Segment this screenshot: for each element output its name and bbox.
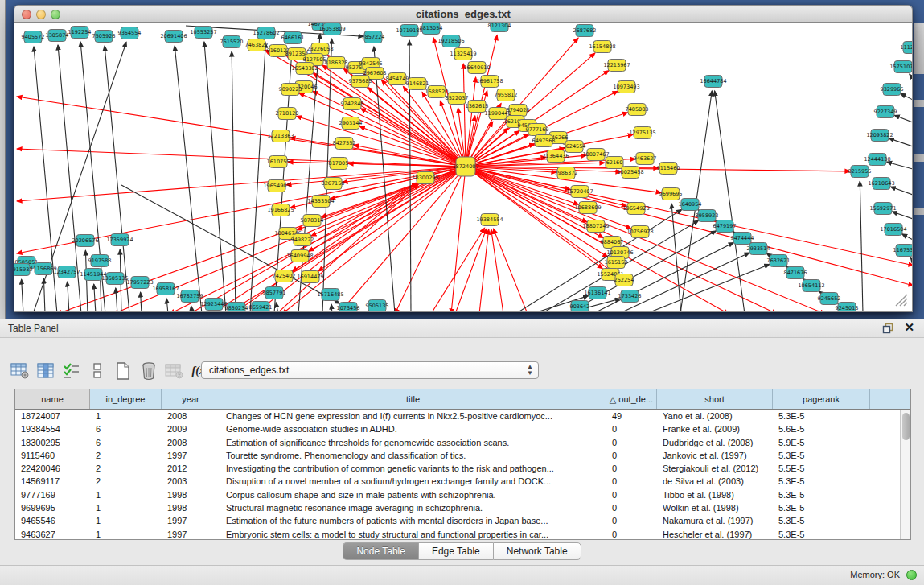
- table-cell-short[interactable]: Stergiakouli et al. (2012): [657, 462, 773, 475]
- table-cell-name[interactable]: 14569117: [15, 475, 90, 488]
- graph-node[interactable]: 6466161: [281, 32, 305, 44]
- graph-node[interactable]: 9699695: [659, 188, 683, 200]
- graph-node[interactable]: 7425402: [273, 270, 296, 282]
- scrollbar-thumb[interactable]: [902, 413, 910, 440]
- graph-node[interactable]: 1112753: [901, 42, 912, 54]
- network-table-selector[interactable]: citations_edges.txt ▲▼: [201, 361, 539, 379]
- graph-node[interactable]: 7632621: [767, 255, 791, 267]
- graph-node[interactable]: 9197588: [88, 255, 112, 267]
- table-cell-pagerank[interactable]: 5.5E-5: [773, 462, 870, 475]
- column-header-in_degree[interactable]: in_degree: [90, 389, 162, 409]
- table-cell-in_degree[interactable]: 1: [90, 410, 162, 422]
- graph-node[interactable]: 16958167: [152, 283, 179, 295]
- graph-node[interactable]: 817005: [329, 158, 349, 170]
- graph-node[interactable]: 903642: [570, 301, 590, 312]
- show-columns-icon[interactable]: [34, 359, 58, 383]
- tab-network-table[interactable]: Network Table: [493, 542, 581, 560]
- table-cell-pagerank[interactable]: 5.9E-5: [773, 436, 870, 449]
- graph-node[interactable]: 9474444: [731, 233, 754, 245]
- table-row[interactable]: 2242004622012Investigating the contribut…: [15, 462, 910, 475]
- table-cell-pagerank[interactable]: 5.3E-5: [773, 514, 870, 527]
- vertical-scrollbar[interactable]: [900, 410, 910, 540]
- row-height-icon[interactable]: [85, 359, 109, 383]
- table-cell-in_degree[interactable]: 1: [90, 528, 162, 540]
- graph-node[interactable]: 1733426: [618, 290, 642, 303]
- table-cell-year[interactable]: 2008: [162, 436, 220, 449]
- table-cell-title[interactable]: Disruption of a novel member of a sodium…: [220, 475, 606, 488]
- table-cell-year[interactable]: 2003: [162, 475, 220, 488]
- graph-node[interactable]: 8471676: [784, 267, 807, 279]
- graph-node[interactable]: 20206576: [72, 235, 98, 247]
- graph-node[interactable]: 15278602: [253, 27, 279, 39]
- table-cell-short[interactable]: Yano et al. (2008): [657, 410, 773, 422]
- graph-node[interactable]: 2903144: [339, 117, 363, 130]
- graph-node[interactable]: 1167534: [893, 245, 912, 257]
- graph-node[interactable]: 8427552: [333, 138, 356, 150]
- table-cell-name[interactable]: 19384554: [15, 422, 90, 435]
- table-cell-out_degree[interactable]: 0: [606, 514, 657, 527]
- graph-node[interactable]: 9890223: [279, 84, 302, 96]
- graph-node[interactable]: 9463627: [634, 153, 657, 165]
- graph-node[interactable]: 1073456: [337, 303, 360, 312]
- graph-node[interactable]: 62160: [606, 157, 623, 169]
- network-canvas[interactable]: 1872400794055721305874119225475059269364…: [14, 23, 913, 312]
- column-header-year[interactable]: year: [162, 389, 220, 409]
- graph-node[interactable]: 9498222: [291, 234, 314, 246]
- tab-node-table[interactable]: Node Table: [343, 542, 418, 560]
- table-cell-pagerank[interactable]: 5.3E-5: [773, 488, 870, 501]
- graph-node[interactable]: 17016504: [880, 224, 906, 236]
- table-panel-titlebar[interactable]: Table Panel ✕: [0, 319, 924, 338]
- table-cell-title[interactable]: Estimation of the future numbers of pati…: [220, 514, 606, 527]
- table-cell-pagerank[interactable]: 5.3E-5: [773, 475, 870, 488]
- graph-node[interactable]: 12444138: [864, 154, 890, 166]
- table-cell-title[interactable]: Changes of HCN gene expression and I(f) …: [220, 410, 606, 422]
- graph-node[interactable]: 11325419: [450, 48, 476, 60]
- graph-node[interactable]: 10756928: [626, 226, 653, 238]
- table-cell-short[interactable]: Tibbo et al. (1998): [657, 488, 773, 501]
- table-cell-in_degree[interactable]: 2: [90, 475, 162, 488]
- table-cell-in_degree[interactable]: 1: [90, 501, 162, 514]
- graph-node[interactable]: 16782759: [176, 290, 203, 303]
- table-cell-year[interactable]: 1997: [162, 528, 220, 540]
- graph-node[interactable]: 2687682: [573, 25, 597, 37]
- float-window-icon[interactable]: [882, 323, 893, 334]
- table-row[interactable]: 1456911722003Disruption of a novel membe…: [15, 475, 910, 488]
- table-cell-title[interactable]: Tourette syndrome. Phenomenology and cla…: [220, 449, 606, 462]
- graph-node[interactable]: 7857224: [362, 31, 385, 43]
- graph-node[interactable]: 9375685: [349, 76, 372, 88]
- graph-node[interactable]: 8267150: [322, 178, 345, 190]
- graph-node[interactable]: 2718120: [276, 108, 299, 120]
- table-row[interactable]: 977716911998Corpus callosum shape and si…: [15, 488, 910, 501]
- table-row[interactable]: 946554611997Estimation of the future num…: [15, 514, 910, 527]
- column-header-name[interactable]: name: [15, 389, 90, 409]
- table-cell-short[interactable]: Dudbridge et al. (2008): [657, 436, 773, 449]
- column-header-out_degree[interactable]: △ out_de...: [606, 389, 657, 409]
- column-header-short[interactable]: short: [657, 389, 773, 409]
- table-cell-title[interactable]: Genome-wide association studies in ADHD.: [220, 422, 606, 435]
- table-cell-out_degree[interactable]: 0: [606, 501, 657, 514]
- new-table-icon[interactable]: [111, 359, 135, 383]
- table-cell-short[interactable]: Hescheler et al. (1997): [657, 528, 773, 540]
- import-table-icon[interactable]: [162, 359, 187, 383]
- graph-node[interactable]: 16640910: [463, 62, 490, 74]
- graph-node[interactable]: 9505135: [366, 300, 389, 312]
- resize-grip-icon[interactable]: [896, 295, 907, 306]
- table-cell-pagerank[interactable]: 5.3E-5: [773, 410, 870, 422]
- graph-node[interactable]: 12975135: [629, 127, 655, 139]
- graph-node[interactable]: 8813054: [420, 23, 443, 35]
- table-cell-name[interactable]: 9777169: [15, 488, 90, 501]
- select-all-icon[interactable]: [60, 359, 84, 383]
- table-cell-pagerank[interactable]: 5.6E-5: [773, 422, 870, 435]
- table-cell-in_degree[interactable]: 6: [90, 422, 162, 435]
- graph-node[interactable]: 17957223: [126, 277, 153, 289]
- table-cell-title[interactable]: Investigating the contribution of common…: [220, 462, 606, 475]
- table-cell-name[interactable]: 22420046: [15, 462, 90, 475]
- table-cell-title[interactable]: Corpus callosum shape and size in male p…: [220, 488, 606, 501]
- table-row[interactable]: 911546021997Tourette syndrome. Phenomeno…: [15, 449, 910, 462]
- graph-node[interactable]: 9227349: [874, 106, 897, 118]
- graph-node[interactable]: 8186328: [325, 57, 348, 69]
- table-cell-out_degree[interactable]: 0: [606, 528, 657, 540]
- graph-node[interactable]: 1305874: [46, 30, 69, 42]
- table-cell-out_degree[interactable]: 49: [606, 410, 657, 422]
- graph-node[interactable]: 7463822: [245, 39, 269, 51]
